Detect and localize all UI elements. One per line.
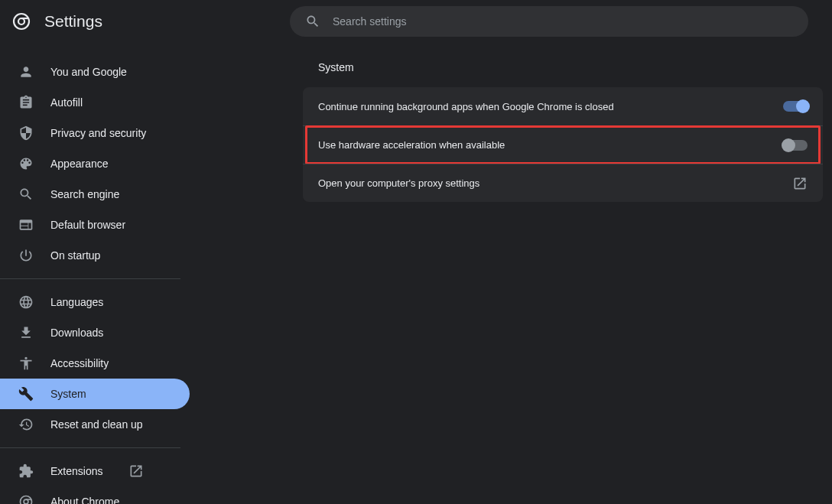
search-container[interactable]	[290, 6, 808, 37]
sidebar-divider	[0, 278, 180, 279]
search-input[interactable]	[333, 15, 793, 28]
sidebar-item-label: Reset and clean up	[50, 418, 143, 431]
setting-row-hw-accel: Use hardware acceleration when available	[303, 125, 823, 164]
toggle-knob	[796, 99, 810, 113]
sidebar-item-privacy-security[interactable]: Privacy and security	[0, 118, 190, 148]
sidebar-item-reset-cleanup[interactable]: Reset and clean up	[0, 409, 190, 440]
search-icon	[18, 187, 34, 202]
language-icon	[18, 294, 34, 310]
setting-label: Open your computer's proxy settings	[318, 177, 792, 189]
sidebar-item-label: Downloads	[50, 327, 103, 339]
sidebar-item-label: Search engine	[50, 188, 119, 200]
build-icon	[18, 386, 34, 402]
restore-icon	[18, 417, 34, 432]
launch-icon	[128, 463, 144, 479]
sidebar-item-on-startup[interactable]: On startup	[0, 240, 190, 271]
sidebar-item-label: About Chrome	[50, 496, 119, 504]
setting-row-proxy[interactable]: Open your computer's proxy settings	[303, 164, 823, 202]
launch-icon	[792, 176, 808, 191]
sidebar-item-about-chrome[interactable]: About Chrome	[0, 486, 190, 504]
settings-card: Continue running background apps when Go…	[303, 87, 823, 202]
palette-icon	[18, 156, 34, 171]
app-title: Settings	[44, 12, 102, 31]
sidebar-item-label: You and Google	[50, 66, 127, 78]
setting-label: Use hardware acceleration when available	[318, 139, 783, 151]
sidebar-item-label: Appearance	[50, 158, 109, 170]
chrome-icon	[18, 494, 34, 504]
sidebar-item-label: Privacy and security	[50, 127, 146, 139]
sidebar-item-search-engine[interactable]: Search engine	[0, 179, 190, 210]
setting-label: Continue running background apps when Go…	[318, 101, 783, 112]
power-icon	[18, 248, 34, 263]
sidebar-item-appearance[interactable]: Appearance	[0, 148, 190, 179]
sidebar-item-extensions[interactable]: Extensions	[0, 456, 190, 486]
setting-row-bg-apps: Continue running background apps when Go…	[303, 87, 823, 125]
toggle-hw-accel[interactable]	[783, 140, 808, 151]
assignment-icon	[18, 95, 34, 110]
sidebar-item-label: Autofill	[50, 96, 83, 109]
sidebar-item-label: On startup	[50, 249, 100, 262]
sidebar-item-default-browser[interactable]: Default browser	[0, 210, 190, 240]
sidebar-item-you-and-google[interactable]: You and Google	[0, 57, 190, 87]
sidebar-item-label: System	[50, 388, 86, 400]
toggle-bg-apps[interactable]	[783, 101, 808, 112]
sidebar-item-label: Accessibility	[50, 357, 109, 369]
chrome-logo-icon	[12, 12, 31, 31]
browser-icon	[18, 217, 34, 232]
security-icon	[18, 125, 34, 141]
sidebar: You and Google Autofill Privacy and secu…	[0, 43, 196, 504]
sidebar-item-label: Languages	[50, 296, 103, 308]
toggle-knob	[782, 138, 795, 152]
download-icon	[18, 325, 34, 340]
app-header: Settings	[0, 0, 832, 43]
sidebar-item-languages[interactable]: Languages	[0, 287, 190, 317]
content-area: System Continue running background apps …	[196, 43, 832, 504]
sidebar-item-accessibility[interactable]: Accessibility	[0, 348, 190, 379]
sidebar-divider	[0, 447, 180, 448]
sidebar-item-label: Extensions	[50, 465, 102, 477]
sidebar-item-system[interactable]: System	[0, 379, 190, 409]
accessibility-icon	[18, 356, 34, 371]
search-icon	[305, 14, 320, 29]
extension-icon	[18, 463, 34, 479]
sidebar-item-downloads[interactable]: Downloads	[0, 317, 190, 348]
sidebar-item-autofill[interactable]: Autofill	[0, 87, 190, 118]
svg-point-3	[24, 499, 28, 504]
person-icon	[18, 64, 34, 80]
section-title: System	[318, 61, 823, 73]
sidebar-item-label: Default browser	[50, 219, 125, 231]
